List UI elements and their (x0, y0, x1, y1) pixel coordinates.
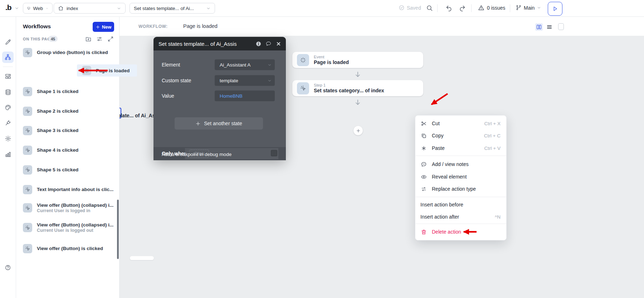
workflow-list-item-selected[interactable]: Page is loaded (77, 64, 137, 77)
rail-help-button[interactable] (2, 262, 14, 273)
menu-item-insert-after[interactable]: Insert action after ^N (416, 211, 506, 223)
warning-triangle-icon (478, 5, 484, 11)
cursor-click-icon (23, 203, 32, 212)
cursor-click-icon (297, 82, 309, 94)
page-dropdown[interactable]: index (54, 3, 126, 14)
list-view-icon (546, 24, 552, 30)
menu-item-replace-action[interactable]: Replace action type (416, 183, 506, 195)
replace-icon (420, 186, 427, 192)
redo-icon[interactable] (459, 5, 466, 11)
workflow-header-value: Page is loaded (183, 23, 218, 29)
custom-state-select[interactable]: template (215, 75, 275, 86)
rail-reusables-tab[interactable] (2, 70, 14, 82)
database-icon (5, 89, 11, 96)
menu-divider (416, 197, 506, 197)
preview-button[interactable] (548, 2, 562, 16)
rail-plugins-tab[interactable] (2, 117, 14, 128)
rail-divider (3, 67, 13, 67)
workflow-list-item[interactable]: View offer (Button) (collapsed) i... Cur… (16, 220, 119, 235)
workflow-list-item[interactable]: Shape 4 is clicked (16, 144, 119, 156)
cursor-click-icon (23, 223, 32, 232)
note-icon (420, 161, 427, 168)
bubble-logo[interactable]: .b (5, 3, 11, 12)
menu-item-reveal-element[interactable]: Reveal element (416, 171, 506, 183)
menu-divider (416, 224, 506, 224)
menu-item-delete-action[interactable]: Delete action (416, 226, 506, 238)
menu-item-copy[interactable]: Copy Ctrl + C (416, 130, 506, 142)
clipped-toolbar-icon[interactable] (558, 23, 564, 30)
info-icon[interactable] (255, 40, 262, 47)
rail-logs-tab[interactable] (2, 148, 14, 160)
workflow-list-item[interactable]: Shape 3 is clicked (16, 124, 119, 136)
new-workflow-button[interactable]: New (93, 22, 114, 32)
search-icon[interactable] (426, 5, 433, 11)
scissors-icon (420, 120, 427, 127)
save-status-label: Saved (407, 5, 421, 11)
workflow-selector-dropdown[interactable]: Set states template... of Ai... (130, 3, 215, 14)
pencil-icon (5, 39, 11, 45)
canvas-header: WORKFLOW: Page is loaded (119, 16, 644, 36)
gear-icon (5, 135, 11, 142)
issues-label: 0 issues (487, 5, 505, 11)
menu-item-add-notes[interactable]: Add / view notes (416, 158, 506, 170)
bubble-editor: .b Web index Set states template... of A… (0, 0, 644, 298)
branch-dropdown[interactable]: Main (516, 5, 541, 11)
dialog-header[interactable]: Set states template... of Ai_Assis (153, 37, 286, 50)
value-input[interactable]: HomeBNB (215, 91, 275, 101)
workflow-count-badge: 45 (48, 36, 58, 42)
menu-item-cut[interactable]: Cut Ctrl + X (416, 117, 506, 130)
rail-styles-tab[interactable] (2, 102, 14, 113)
workflow-list-item[interactable]: Text Important info about is clic... (16, 184, 119, 195)
workflow-list-item[interactable]: Shape 2 is clicked (16, 105, 119, 117)
help-icon (5, 264, 11, 271)
workflow-list-item[interactable]: Group video (button) is clicked (16, 47, 119, 58)
expand-icon[interactable] (107, 36, 114, 42)
workflow-list-item[interactable]: View offer (Button) is clicked (16, 243, 119, 254)
play-icon (552, 6, 558, 12)
workflow-list-item[interactable]: View offer (Button) (collapsed) i... Cur… (16, 201, 119, 215)
platform-label: Web (33, 6, 43, 11)
rail-workflow-tab[interactable] (2, 52, 14, 63)
workflow-item-condition: Current User is logged out (37, 228, 113, 233)
add-action-button[interactable] (353, 126, 363, 135)
undo-icon[interactable] (445, 5, 452, 11)
eye-icon (420, 174, 427, 180)
panel-scrollbar[interactable] (117, 200, 119, 259)
workflow-list-item[interactable]: Shape 5 is clicked (16, 164, 119, 176)
element-select[interactable]: Ai_Assistant A (215, 59, 275, 70)
copy-icon (420, 132, 427, 139)
list-view-toggle[interactable] (546, 23, 553, 31)
filter-sliders-icon[interactable] (96, 36, 103, 42)
logo-chevron-down-icon[interactable] (14, 6, 19, 11)
grid-view-toggle[interactable] (535, 23, 543, 31)
top-toolbar: .b Web index Set states template... of A… (0, 0, 644, 17)
chevron-down-icon (267, 63, 272, 67)
rail-design-tab[interactable] (2, 36, 14, 48)
comment-icon[interactable] (265, 40, 272, 47)
flow-down-arrow-icon (354, 70, 361, 78)
workflows-panel: Workflows New ON THIS PAGE 45 Group vide… (16, 16, 119, 298)
event-card[interactable]: Event Page is loaded (292, 52, 423, 68)
close-icon[interactable] (275, 40, 282, 47)
custom-state-label: Custom state (162, 78, 191, 83)
chevron-down-icon (267, 78, 272, 83)
issues-indicator[interactable]: 0 issues (478, 5, 505, 11)
rail-settings-tab[interactable] (2, 133, 14, 144)
set-another-state-button[interactable]: Set another state (175, 117, 263, 130)
menu-item-paste[interactable]: Paste Ctrl + V (416, 142, 506, 154)
plus-icon (96, 25, 100, 29)
breakpoint-checkbox[interactable] (271, 150, 277, 156)
step-card[interactable]: Step 1 Set states category... of index (292, 80, 423, 96)
menu-item-insert-before[interactable]: Insert action before (416, 199, 506, 211)
add-folder-icon[interactable] (85, 36, 92, 42)
cursor-click-icon (23, 185, 32, 194)
grid-view-icon (536, 24, 542, 30)
workflow-list-item[interactable]: Shape 1 is clicked (16, 86, 119, 97)
chevron-down-icon (117, 6, 121, 11)
reusables-icon (5, 73, 11, 80)
platform-dropdown[interactable]: Web (23, 3, 53, 14)
dialog-body: Element Ai_Assistant A Custom state temp… (153, 50, 286, 159)
rail-data-tab[interactable] (2, 86, 14, 98)
git-branch-icon (516, 5, 522, 11)
breakpoint-label: Add a breakpoint in debug mode (162, 152, 231, 157)
